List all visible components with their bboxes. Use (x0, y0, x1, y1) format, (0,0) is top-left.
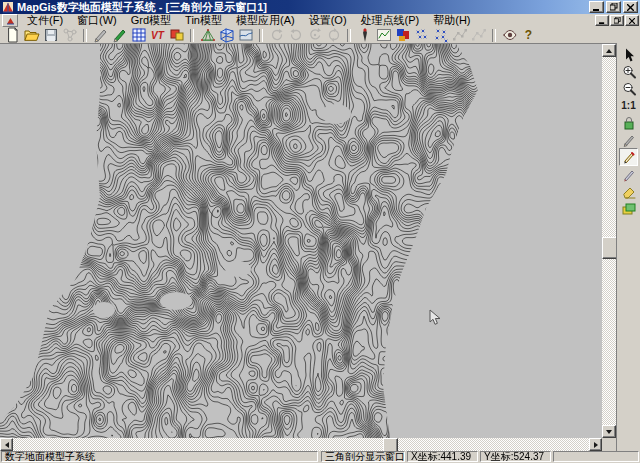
right-tool-pencil-thin[interactable] (619, 131, 638, 148)
toolbar-button-link-nodes[interactable] (60, 27, 79, 43)
right-tool-pencil-edit[interactable] (619, 148, 638, 166)
menu-item-window[interactable]: 窗口(W) (70, 13, 124, 28)
palette-icon (169, 27, 185, 43)
toolbar-button-map-view[interactable] (236, 27, 255, 43)
child-close-button[interactable] (625, 15, 639, 26)
child-restore-button[interactable] (610, 15, 624, 26)
close-icon (627, 4, 634, 11)
toolbar-button-pencil-gray[interactable] (91, 27, 110, 43)
menu-item-settings[interactable]: 设置(O) (302, 13, 354, 28)
grid-model-icon (131, 27, 147, 43)
right-tool-lock[interactable] (619, 114, 638, 131)
toolbar-button-grid-model[interactable] (129, 27, 148, 43)
restore-button[interactable] (606, 1, 621, 13)
toolbar-button-grid-3d[interactable] (217, 27, 236, 43)
toolbar-button-eye-view[interactable] (500, 27, 519, 43)
right-toolbar: 1:1 (617, 43, 640, 217)
toolbar-separator (492, 29, 496, 42)
eye-view-icon (502, 27, 518, 43)
menu-item-grd-model[interactable]: Grd模型 (124, 13, 178, 28)
right-tool-zoom-out[interactable] (619, 80, 638, 97)
toolbar-separator (190, 29, 194, 42)
scroll-right-button[interactable] (589, 438, 602, 451)
scatter-points-1-icon (414, 27, 430, 43)
toolbar-button-scatter-points-2[interactable] (431, 27, 450, 43)
map-canvas[interactable] (0, 44, 602, 438)
status-empty-panel (553, 451, 639, 462)
zoom-1-1-label: 1:1 (621, 100, 635, 111)
toolbar-button-rotate-3[interactable] (305, 27, 324, 43)
status-window-name: 三角剖分显示窗口 (321, 451, 405, 462)
toolbar-button-new-file[interactable] (3, 27, 22, 43)
map-viewport (0, 44, 602, 438)
toolbar-button-open-folder[interactable] (22, 27, 41, 43)
right-tool-pencil-erase[interactable] (619, 166, 638, 183)
status-y-coordinate: Y坐标:524.37 (480, 451, 551, 462)
status-system-name: 数字地面模型子系统 (1, 451, 318, 462)
scroll-down-icon (606, 430, 612, 434)
main-toolbar: VT? (0, 27, 640, 43)
toolbar-button-polyline-nodes[interactable] (450, 27, 469, 43)
child-window-icon[interactable] (2, 14, 18, 27)
toolbar-separator (83, 29, 87, 42)
profile-chart-icon (376, 27, 392, 43)
toolbar-button-tin-mesh[interactable] (198, 27, 217, 43)
scroll-down-button[interactable] (602, 425, 616, 438)
right-tool-zoom-1-1[interactable]: 1:1 (619, 97, 638, 114)
rotate-2-icon (288, 27, 304, 43)
toolbar-button-scatter-points-1[interactable] (412, 27, 431, 43)
right-tool-zoom-in[interactable] (619, 63, 638, 80)
toolbar-button-save-file[interactable] (41, 27, 60, 43)
toolbar-button-ink-point[interactable] (355, 27, 374, 43)
right-tool-eraser[interactable] (619, 183, 638, 200)
vertical-scrollbar[interactable] (602, 44, 616, 438)
toolbar-button-rotate-1[interactable] (267, 27, 286, 43)
rotate-1-icon (269, 27, 285, 43)
right-tool-layers[interactable] (619, 200, 638, 217)
title-bar: MapGis数字地面模型子系统 - [三角剖分显示窗口1] (0, 0, 640, 14)
toolbar-button-help[interactable]: ? (519, 27, 538, 43)
close-button[interactable] (623, 1, 638, 13)
horizontal-scrollbar[interactable] (0, 438, 602, 451)
open-folder-icon (24, 27, 40, 43)
scroll-up-button[interactable] (602, 44, 616, 57)
pencil-erase-icon (621, 167, 637, 183)
menu-item-file[interactable]: 文件(F) (20, 13, 70, 28)
toolbar-button-palette[interactable] (167, 27, 186, 43)
toolbar-separator (347, 29, 351, 42)
scroll-up-icon (606, 49, 612, 53)
zoom-in-icon (621, 64, 637, 80)
menu-bar: 文件(F) 窗口(W) Grd模型 Tin模型 模型应用(A) 设置(O) 处理… (0, 14, 640, 27)
minimize-button[interactable] (589, 1, 604, 13)
toolbar-button-profile-chart[interactable] (374, 27, 393, 43)
toolbar-button-vt-view[interactable]: VT (148, 27, 167, 43)
menu-item-point-line[interactable]: 处理点线(P) (354, 13, 427, 28)
pencil-gray-icon (93, 27, 109, 43)
ink-point-icon (357, 27, 373, 43)
child-close-icon (629, 18, 635, 24)
right-tool-select-cursor[interactable] (619, 46, 638, 63)
child-restore-icon (614, 17, 621, 24)
toolbar-button-rotate-2[interactable] (286, 27, 305, 43)
save-file-icon (43, 27, 59, 43)
lock-icon (621, 115, 637, 131)
application-window: MapGis数字地面模型子系统 - [三角剖分显示窗口1] 文件(F) 窗口(W… (0, 0, 640, 463)
child-minimize-button[interactable] (595, 15, 609, 26)
toolbar-button-polyline-gray[interactable] (469, 27, 488, 43)
polyline-nodes-icon (452, 27, 468, 43)
minimize-icon (593, 4, 600, 11)
scroll-right-icon (594, 442, 598, 448)
rotate-3-icon (307, 27, 323, 43)
pencil-edit-icon (621, 149, 637, 165)
scroll-left-button[interactable] (0, 438, 13, 451)
menu-item-help[interactable]: 帮助(H) (426, 13, 477, 28)
menu-item-model-apply[interactable]: 模型应用(A) (229, 13, 302, 28)
menu-item-tin-model[interactable]: Tin模型 (178, 13, 229, 28)
toolbar-button-pencil-green[interactable] (110, 27, 129, 43)
restore-icon (610, 3, 618, 11)
help-label: ? (525, 28, 532, 42)
layers-icon (621, 201, 637, 217)
child-minimize-icon (599, 18, 605, 24)
toolbar-button-color-blocks[interactable] (393, 27, 412, 43)
toolbar-button-rotate-4[interactable] (324, 27, 343, 43)
